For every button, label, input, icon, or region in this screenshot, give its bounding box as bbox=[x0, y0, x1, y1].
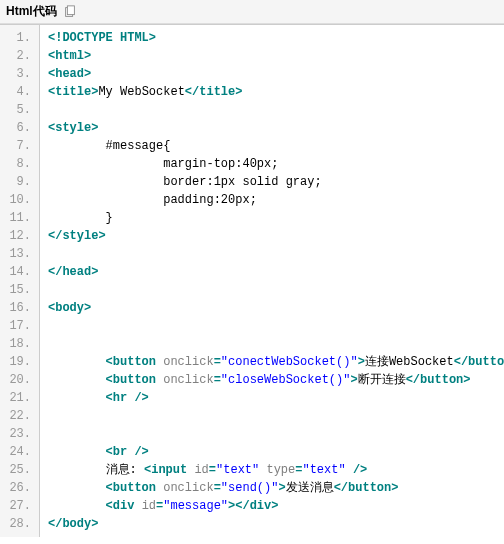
token-tag: = bbox=[214, 481, 221, 495]
token-string: "closeWebSocket()" bbox=[221, 373, 351, 387]
copy-icon[interactable] bbox=[63, 5, 77, 19]
token-text bbox=[48, 445, 106, 459]
code-line: </style> bbox=[48, 227, 496, 245]
code-line: <button onclick="closeWebSocket()">断开连接<… bbox=[48, 371, 496, 389]
code-line: padding:20px; bbox=[48, 191, 496, 209]
line-number: 4. bbox=[4, 83, 31, 101]
line-number: 27. bbox=[4, 497, 31, 515]
line-number: 1. bbox=[4, 29, 31, 47]
code-line: <head> bbox=[48, 65, 496, 83]
code-line bbox=[48, 101, 496, 119]
token-tag: /> bbox=[346, 463, 368, 477]
token-tag: <style> bbox=[48, 121, 98, 135]
code-line bbox=[48, 245, 496, 263]
code-container: 1.2.3.4.5.6.7.8.9.10.11.12.13.14.15.16.1… bbox=[0, 24, 504, 537]
line-number: 2. bbox=[4, 47, 31, 65]
line-number: 13. bbox=[4, 245, 31, 263]
line-number: 3. bbox=[4, 65, 31, 83]
line-number: 21. bbox=[4, 389, 31, 407]
line-number: 9. bbox=[4, 173, 31, 191]
code-line bbox=[48, 425, 496, 443]
header-title: Html代码 bbox=[6, 3, 57, 20]
code-line: <body> bbox=[48, 299, 496, 317]
token-css-sel: } bbox=[48, 211, 113, 225]
code-line: #message{ bbox=[48, 137, 496, 155]
token-text: 连接WebSocket bbox=[365, 355, 454, 369]
token-text bbox=[48, 355, 106, 369]
token-tag: </style> bbox=[48, 229, 106, 243]
token-tag: > bbox=[350, 373, 357, 387]
token-css-prop: margin-top:40px; bbox=[48, 157, 278, 171]
line-number: 23. bbox=[4, 425, 31, 443]
line-number: 18. bbox=[4, 335, 31, 353]
token-attr: id bbox=[142, 499, 156, 513]
token-tag: <input bbox=[137, 463, 195, 477]
token-tag: <body> bbox=[48, 301, 91, 315]
token-tag: <button bbox=[106, 373, 164, 387]
token-text: My WebSocket bbox=[98, 85, 184, 99]
code-line: <br /> bbox=[48, 443, 496, 461]
token-tag: </button> bbox=[406, 373, 471, 387]
code-line: <div id="message"></div> bbox=[48, 497, 496, 515]
token-attr: onclick bbox=[163, 373, 213, 387]
token-tag: ></div> bbox=[228, 499, 278, 513]
line-number: 6. bbox=[4, 119, 31, 137]
token-string: "text" bbox=[216, 463, 259, 477]
token-tag: = bbox=[209, 463, 216, 477]
token-string: "text" bbox=[302, 463, 345, 477]
code-line bbox=[48, 335, 496, 353]
token-tag: > bbox=[278, 481, 285, 495]
code-line bbox=[48, 317, 496, 335]
token-text bbox=[48, 373, 106, 387]
code-line: <title>My WebSocket</title> bbox=[48, 83, 496, 101]
code-line: <button onclick="send()">发送消息</button> bbox=[48, 479, 496, 497]
code-line: <html> bbox=[48, 47, 496, 65]
code-line bbox=[48, 407, 496, 425]
token-text: 消息: bbox=[48, 463, 137, 477]
line-number: 28. bbox=[4, 515, 31, 533]
code-line bbox=[48, 281, 496, 299]
line-number: 12. bbox=[4, 227, 31, 245]
token-tag: </button> bbox=[454, 355, 504, 369]
code-line: <style> bbox=[48, 119, 496, 137]
token-tag: <hr /> bbox=[106, 391, 149, 405]
token-tag: <br /> bbox=[106, 445, 149, 459]
line-number: 16. bbox=[4, 299, 31, 317]
line-number: 7. bbox=[4, 137, 31, 155]
token-text bbox=[48, 391, 106, 405]
token-text bbox=[48, 481, 106, 495]
token-string: "send()" bbox=[221, 481, 279, 495]
code-area[interactable]: <!DOCTYPE HTML><html><head><title>My Web… bbox=[40, 25, 504, 537]
token-tag: <!DOCTYPE HTML> bbox=[48, 31, 156, 45]
line-number: 10. bbox=[4, 191, 31, 209]
line-number: 25. bbox=[4, 461, 31, 479]
line-number: 17. bbox=[4, 317, 31, 335]
line-number: 11. bbox=[4, 209, 31, 227]
code-line: </head> bbox=[48, 263, 496, 281]
code-line: 消息: <input id="text" type="text" /> bbox=[48, 461, 496, 479]
token-text bbox=[48, 499, 106, 513]
line-number: 26. bbox=[4, 479, 31, 497]
code-block-header: Html代码 bbox=[0, 0, 504, 24]
token-tag: <head> bbox=[48, 67, 91, 81]
svg-rect-1 bbox=[67, 5, 74, 14]
token-tag: <div bbox=[106, 499, 142, 513]
code-line: <hr /> bbox=[48, 389, 496, 407]
line-number: 20. bbox=[4, 371, 31, 389]
token-tag: </body> bbox=[48, 517, 98, 531]
token-text: 发送消息 bbox=[286, 481, 334, 495]
token-tag: <html> bbox=[48, 49, 91, 63]
token-css-prop: border:1px solid gray; bbox=[48, 175, 322, 189]
token-attr: id bbox=[194, 463, 208, 477]
code-line: margin-top:40px; bbox=[48, 155, 496, 173]
token-tag: = bbox=[214, 355, 221, 369]
code-line: <!DOCTYPE HTML> bbox=[48, 29, 496, 47]
line-number: 22. bbox=[4, 407, 31, 425]
token-tag: <button bbox=[106, 355, 164, 369]
line-number: 24. bbox=[4, 443, 31, 461]
token-string: "message" bbox=[163, 499, 228, 513]
line-number-gutter: 1.2.3.4.5.6.7.8.9.10.11.12.13.14.15.16.1… bbox=[0, 25, 40, 537]
token-string: "conectWebSocket()" bbox=[221, 355, 358, 369]
token-attr: type bbox=[259, 463, 295, 477]
token-tag: </button> bbox=[334, 481, 399, 495]
